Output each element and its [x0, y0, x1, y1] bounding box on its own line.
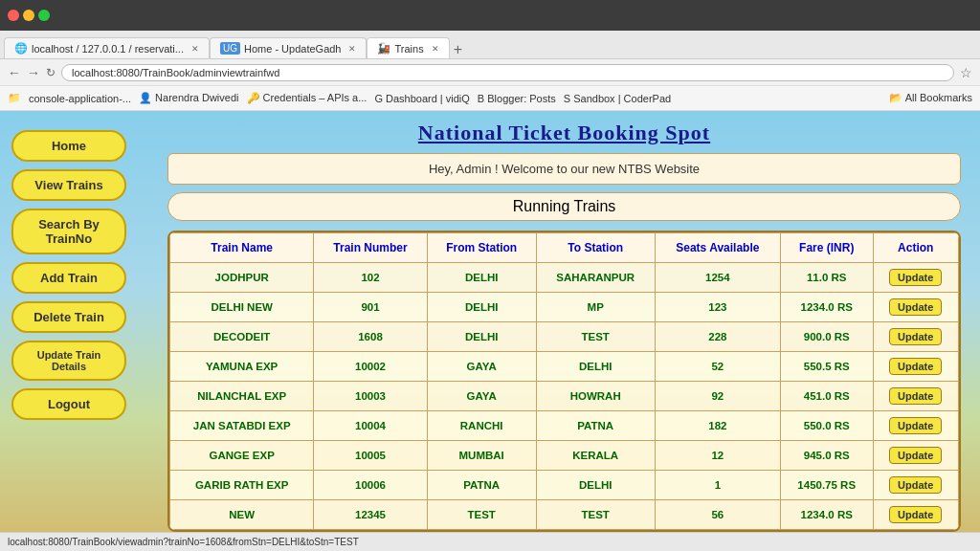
trains-table: Train Name Train Number From Station To …	[169, 232, 959, 530]
cell-action: Update	[873, 500, 958, 530]
cell-action: Update	[873, 411, 958, 441]
update-button-1[interactable]: Update	[889, 298, 942, 316]
col-from-station: From Station	[427, 233, 536, 263]
update-button-3[interactable]: Update	[889, 358, 942, 375]
tab-close-icon[interactable]: ✕	[191, 44, 199, 54]
welcome-message: Hey, Admin ! Welcome to our new NTBS Web…	[167, 153, 961, 185]
window-controls[interactable]	[8, 10, 50, 21]
cell-seats-available: 12	[655, 441, 780, 471]
bookmark-all[interactable]: 📂 All Bookmarks	[889, 92, 972, 104]
maximize-window-button[interactable]	[38, 10, 50, 21]
delete-train-button[interactable]: Delete Train	[11, 301, 126, 333]
table-row: GARIB RATH EXP 10006 PATNA DELHI 1 1450.…	[170, 471, 959, 500]
url-input[interactable]: localhost:8080/TrainBook/adminviewtrainf…	[61, 64, 954, 81]
back-button[interactable]: ←	[8, 65, 21, 80]
browser-bar	[0, 0, 980, 31]
tab-trains[interactable]: 🚂 Trains ✕	[367, 37, 449, 58]
sidebar: Home View Trains Search By TrainNo Add T…	[0, 111, 148, 551]
bookmark-blogger[interactable]: B Blogger: Posts	[478, 93, 556, 104]
running-trains-label: Running Trains	[513, 198, 616, 214]
bookmark-credentials[interactable]: 🔑 Credentials – APIs a...	[247, 92, 368, 104]
update-button-6[interactable]: Update	[889, 447, 942, 464]
bookmark-narendra[interactable]: 👤 Narendra Dwivedi	[139, 92, 238, 104]
cell-train-number: 10003	[314, 382, 427, 411]
logout-button[interactable]: Logout	[11, 388, 126, 420]
cell-train-name: NILANCHAL EXP	[170, 382, 314, 411]
cell-to-station: DELHI	[536, 352, 655, 382]
cell-fare: 451.0 RS	[780, 382, 873, 411]
cell-seats-available: 92	[655, 382, 780, 411]
update-button-7[interactable]: Update	[889, 476, 942, 494]
table-row: NEW 12345 TEST TEST 56 1234.0 RS Update	[170, 500, 959, 530]
trains-table-container: Train Name Train Number From Station To …	[167, 231, 961, 532]
table-row: JODHPUR 102 DELHI SAHARANPUR 1254 11.0 R…	[170, 263, 959, 293]
cell-train-number: 10004	[314, 411, 427, 441]
table-row: DELHI NEW 901 DELHI MP 123 1234.0 RS Upd…	[170, 293, 959, 322]
update-button-5[interactable]: Update	[889, 417, 942, 434]
table-header-row: Train Name Train Number From Station To …	[170, 233, 959, 263]
new-tab-button[interactable]: +	[454, 41, 462, 58]
cell-seats-available: 56	[655, 500, 780, 530]
cell-from-station: GAYA	[427, 382, 536, 411]
cell-from-station: TEST	[427, 500, 536, 530]
cell-train-number: 102	[314, 263, 427, 293]
cell-fare: 550.5 RS	[780, 352, 873, 382]
tab-bar: 🌐 localhost / 127.0.0.1 / reservati... ✕…	[0, 31, 980, 59]
search-by-trainno-button[interactable]: Search By TrainNo	[11, 209, 126, 254]
app-container: Home View Trains Search By TrainNo Add T…	[0, 111, 980, 551]
home-button[interactable]: Home	[11, 130, 126, 162]
cell-from-station: PATNA	[427, 471, 536, 500]
cell-train-number: 12345	[314, 500, 427, 530]
col-action: Action	[873, 233, 958, 263]
col-seats-available: Seats Available	[655, 233, 780, 263]
cell-from-station: RANCHI	[427, 411, 536, 441]
bookmark-sandbox[interactable]: S Sandbox | CoderPad	[564, 93, 671, 104]
tab-icon: 🌐	[14, 42, 28, 55]
cell-fare: 1450.75 RS	[780, 471, 873, 500]
cell-to-station: DELHI	[536, 471, 655, 500]
table-row: JAN SATABDI EXP 10004 RANCHI PATNA 182 5…	[170, 411, 959, 441]
cell-action: Update	[873, 263, 958, 293]
bookmarks-bar: 📁 console-application-... 👤 Narendra Dwi…	[0, 86, 980, 111]
add-train-button[interactable]: Add Train	[11, 262, 126, 294]
bookmark-button[interactable]: ☆	[960, 65, 972, 80]
cell-seats-available: 52	[655, 352, 780, 382]
table-row: NILANCHAL EXP 10003 GAYA HOWRAH 92 451.0…	[170, 382, 959, 411]
cell-train-number: 901	[314, 293, 427, 322]
col-fare: Fare (INR)	[780, 233, 873, 263]
cell-train-name: DECODEIT	[170, 322, 314, 352]
cell-action: Update	[873, 352, 958, 382]
minimize-window-button[interactable]	[23, 10, 34, 21]
cell-train-name: DELHI NEW	[170, 293, 314, 322]
update-button-2[interactable]: Update	[889, 328, 942, 345]
update-train-details-button[interactable]: Update Train Details	[11, 341, 126, 381]
update-button-4[interactable]: Update	[889, 387, 942, 405]
cell-to-station: TEST	[536, 500, 655, 530]
main-content: National Ticket Booking Spot Hey, Admin …	[148, 111, 980, 551]
update-button-0[interactable]: Update	[889, 269, 942, 286]
bookmark-console[interactable]: console-application-...	[29, 93, 131, 104]
tab-close-icon[interactable]: ✕	[432, 44, 439, 54]
url-text: localhost:8080/TrainBook/adminviewtrainf…	[72, 67, 279, 78]
cell-train-name: JODHPUR	[170, 263, 314, 293]
cell-seats-available: 123	[655, 293, 780, 322]
cell-fare: 550.0 RS	[780, 411, 873, 441]
update-button-8[interactable]: Update	[889, 506, 942, 523]
cell-train-number: 10006	[314, 471, 427, 500]
col-to-station: To Station	[536, 233, 655, 263]
cell-to-station: SAHARANPUR	[536, 263, 655, 293]
bookmark-dashboard[interactable]: G Dashboard | vidiQ	[374, 93, 469, 104]
tab-label: localhost / 127.0.0.1 / reservati...	[32, 43, 184, 55]
close-window-button[interactable]	[8, 10, 19, 21]
cell-from-station: DELHI	[427, 293, 536, 322]
tab-updategadh[interactable]: UG Home - UpdateGadh ✕	[210, 37, 368, 58]
cell-train-name: GARIB RATH EXP	[170, 471, 314, 500]
cell-from-station: DELHI	[427, 322, 536, 352]
view-trains-button[interactable]: View Trains	[11, 169, 126, 201]
refresh-button[interactable]: ↻	[46, 66, 56, 79]
forward-button[interactable]: →	[27, 65, 40, 80]
cell-fare: 1234.0 RS	[780, 500, 873, 530]
tab-close-icon[interactable]: ✕	[348, 44, 356, 54]
tab-localhost[interactable]: 🌐 localhost / 127.0.0.1 / reservati... ✕	[4, 37, 210, 58]
trains-tbody: JODHPUR 102 DELHI SAHARANPUR 1254 11.0 R…	[170, 263, 959, 530]
